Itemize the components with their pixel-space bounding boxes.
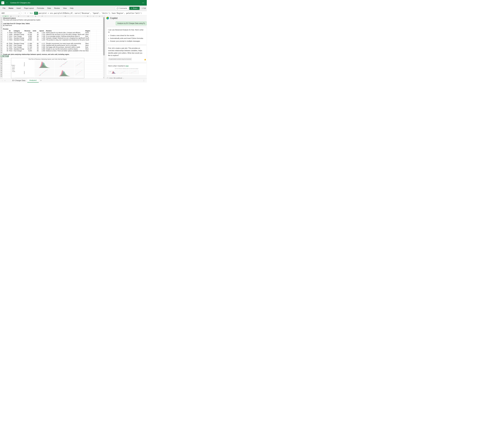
sheet-nav-prev[interactable]: ‹ xyxy=(1,79,4,82)
row-header[interactable]: 28 xyxy=(0,66,3,68)
cell[interactable]: Standard Charger xyxy=(13,37,24,39)
sheet-menu-button[interactable]: ⋮ xyxy=(142,79,146,82)
sheet-tab-data[interactable]: EV Charger Data xyxy=(10,79,27,82)
row-header[interactable]: 6 xyxy=(0,26,3,28)
cell[interactable]: 2,233 xyxy=(39,44,46,46)
row-header[interactable]: 29 xyxy=(0,68,3,70)
cell[interactable] xyxy=(96,50,102,52)
cell[interactable]: Reviews xyxy=(46,30,85,32)
column-header[interactable]: B xyxy=(9,15,13,17)
vertical-scrollbar[interactable]: ▴ ▾ xyxy=(103,17,105,78)
select-all-corner[interactable] xyxy=(0,15,3,17)
cell[interactable]: Create pair plots analyzing relationship… xyxy=(3,53,102,55)
cell[interactable]: 1,220 xyxy=(39,39,46,41)
category-button[interactable]: ⇪ Cat xyxy=(140,7,146,9)
cell[interactable]: 48 xyxy=(3,48,9,50)
cell[interactable]: Fast Charger xyxy=(13,44,24,46)
cell[interactable]: 42 xyxy=(32,32,39,34)
cell[interactable]: West xyxy=(85,48,90,50)
cell[interactable] xyxy=(96,41,102,43)
cell[interactable]: Simple to use, but the instructions coul… xyxy=(46,48,85,50)
cell[interactable]: Works great for my electric bike. Compac… xyxy=(46,32,85,34)
chart-thumbnail[interactable]: § 20000 xyxy=(108,70,118,74)
cell[interactable]: [▸] Image xyxy=(3,55,102,57)
workbook-context-link[interactable]: this workbook xyxy=(114,77,122,79)
cell[interactable]: 80 xyxy=(32,43,39,44)
cell[interactable]: 3 xyxy=(3,37,9,39)
cell[interactable]: P008 xyxy=(9,34,13,35)
row-header[interactable]: 26 xyxy=(0,63,3,64)
cell[interactable]: North xyxy=(85,32,90,34)
cell[interactable] xyxy=(90,50,96,52)
formula-input[interactable]: pairplot = sns.pairplot(EVData_df, vars=… xyxy=(38,12,142,14)
cell[interactable]: Advanced Analysis xyxy=(3,17,102,19)
minimize-button[interactable]: — xyxy=(141,2,145,4)
cell[interactable]: 4 xyxy=(3,39,9,41)
cell[interactable] xyxy=(90,41,96,43)
cell[interactable]: Fast Charger xyxy=(13,32,24,34)
row-header[interactable]: 24 xyxy=(0,59,3,61)
cell[interactable]: [▸] DataFrame xyxy=(3,24,102,26)
cell[interactable]: Category xyxy=(13,30,24,32)
cell[interactable]: South xyxy=(85,39,90,41)
cell[interactable]: ... xyxy=(24,41,32,43)
cell[interactable] xyxy=(90,37,96,39)
cell[interactable]: P003 xyxy=(9,39,13,41)
cell[interactable]: P011 xyxy=(9,37,13,39)
cell[interactable] xyxy=(96,37,102,39)
cell[interactable]: 17,740 xyxy=(24,46,32,48)
column-header[interactable]: I xyxy=(90,15,96,17)
cell[interactable]: ... xyxy=(85,41,90,43)
row-header[interactable]: 12 xyxy=(0,37,3,39)
row-header[interactable]: 19 xyxy=(0,50,3,52)
cell[interactable]: 2,171 xyxy=(39,43,46,44)
cell[interactable]: 26,584 xyxy=(24,39,32,41)
tab-file[interactable]: File xyxy=(1,6,7,10)
cell[interactable]: Load data from EV Charger Data, Table1 xyxy=(3,23,102,24)
cell[interactable]: Standard Charger xyxy=(13,43,24,44)
chevron-down-icon[interactable]: ⌄ xyxy=(123,77,124,78)
cell[interactable]: Standard Charger xyxy=(13,34,24,35)
scroll-down-icon[interactable]: ▾ xyxy=(103,77,104,78)
cell[interactable]: East xyxy=(85,35,90,37)
cell[interactable]: West xyxy=(85,43,90,44)
cell[interactable]: East xyxy=(85,46,90,48)
cell[interactable]: 2,285 xyxy=(39,46,46,48)
cell[interactable] xyxy=(96,35,102,37)
cell[interactable]: 9,568 xyxy=(24,32,32,34)
cell[interactable] xyxy=(96,30,102,32)
cell[interactable]: P049 xyxy=(9,48,13,50)
column-header[interactable]: E xyxy=(32,15,39,17)
pairplot-chart[interactable]: Pair Plot of Revenue, Marketing Spend, a… xyxy=(11,58,84,78)
cell[interactable]: 85 xyxy=(32,44,39,46)
quick-access-dropdown[interactable]: ▾ xyxy=(7,2,7,3)
cell[interactable]: This product is okay, but I expected mor… xyxy=(46,39,85,41)
cell[interactable] xyxy=(90,34,96,35)
scroll-thumb[interactable] xyxy=(103,17,105,55)
tab-data[interactable]: Data xyxy=(46,6,53,10)
row-header[interactable]: 2 xyxy=(0,19,3,21)
cell[interactable]: Not happy with the purchase, returned it… xyxy=(46,46,85,48)
cell[interactable]: ... xyxy=(46,41,85,43)
cell[interactable]: 9,858 xyxy=(24,37,32,39)
cell[interactable] xyxy=(90,30,96,32)
cell[interactable]: 17,460 xyxy=(24,44,32,46)
row-header[interactable]: 33 xyxy=(0,75,3,77)
cell[interactable]: Mediocre at best. There are better optio… xyxy=(46,50,85,52)
cell[interactable]: 47 xyxy=(3,46,9,48)
cell[interactable] xyxy=(96,32,102,34)
cell[interactable]: Standard Charger xyxy=(13,48,24,50)
cell[interactable]: 1,206 xyxy=(39,37,46,39)
cell[interactable]: Revenue xyxy=(24,30,32,32)
row-header[interactable]: 4 xyxy=(0,23,3,24)
cell[interactable]: P018 xyxy=(9,32,13,34)
cell[interactable]: 93 xyxy=(32,46,39,48)
row-header[interactable]: 5 xyxy=(0,24,3,26)
name-box[interactable]: A22 ▾ xyxy=(0,12,21,15)
cell[interactable] xyxy=(90,46,96,48)
row-header[interactable]: 22 xyxy=(0,55,3,57)
row-header[interactable]: 3 xyxy=(0,21,3,23)
row-header[interactable]: 15 xyxy=(0,43,3,44)
cell[interactable]: 1,195 xyxy=(39,35,46,37)
cell[interactable]: 56 xyxy=(32,35,39,37)
